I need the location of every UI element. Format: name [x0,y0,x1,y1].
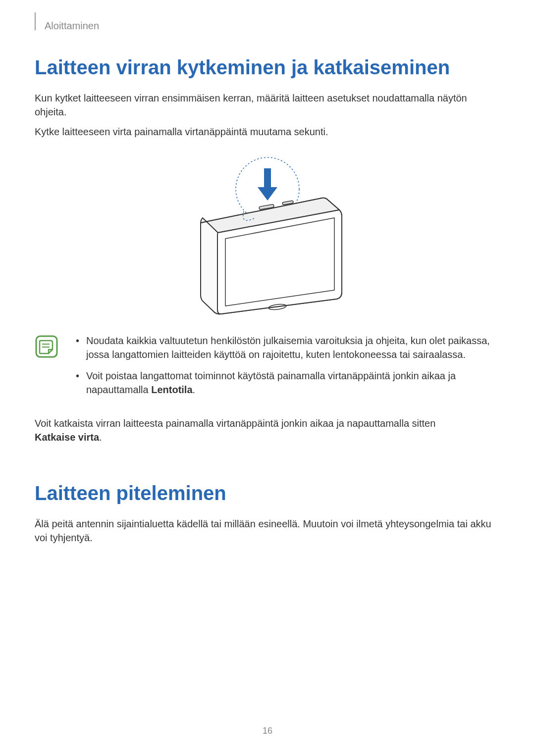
section-heading-holding: Laitteen piteleminen [35,482,500,504]
note-bullet-list: Noudata kaikkia valtuutetun henkilöstön … [73,334,500,397]
note-block: Noudata kaikkia valtuutetun henkilöstön … [35,334,500,404]
svg-rect-1 [264,168,271,188]
note-bullet-2: Voit poistaa langattomat toiminnot käytö… [73,369,500,397]
paragraph-power-off: Voit katkaista virran laitteesta painama… [35,416,500,444]
header-divider [35,12,36,30]
para3-pre: Voit katkaista virran laitteesta painama… [35,418,435,429]
note-icon [35,335,58,360]
paragraph-setup: Kun kytket laitteeseen virran ensimmäise… [35,91,500,119]
page-header: Aloittaminen [35,17,500,32]
header-section-name: Aloittaminen [45,17,99,32]
para3-bold: Katkaise virta [35,432,99,443]
svg-marker-2 [258,187,277,201]
note-bullet-2-pre: Voit poistaa langattomat toiminnot käytö… [86,370,456,395]
paragraph-antenna: Älä peitä antennin sijaintialuetta kädel… [35,517,500,545]
page-content: Aloittaminen Laitteen virran kytkeminen … [0,0,535,575]
note-content: Noudata kaikkia valtuutetun henkilöstön … [73,334,500,404]
note-bullet-1: Noudata kaikkia valtuutetun henkilöstön … [73,334,500,361]
para3-post: . [99,432,102,443]
note-bullet-2-bold: Lentotila [151,384,192,395]
section-heading-power: Laitteen virran kytkeminen ja katkaisemi… [35,56,500,79]
note-bullet-2-post: . [193,384,196,395]
page-number: 16 [0,726,535,736]
tablet-illustration [35,153,500,319]
paragraph-power-on: Kytke laitteeseen virta painamalla virta… [35,125,500,139]
